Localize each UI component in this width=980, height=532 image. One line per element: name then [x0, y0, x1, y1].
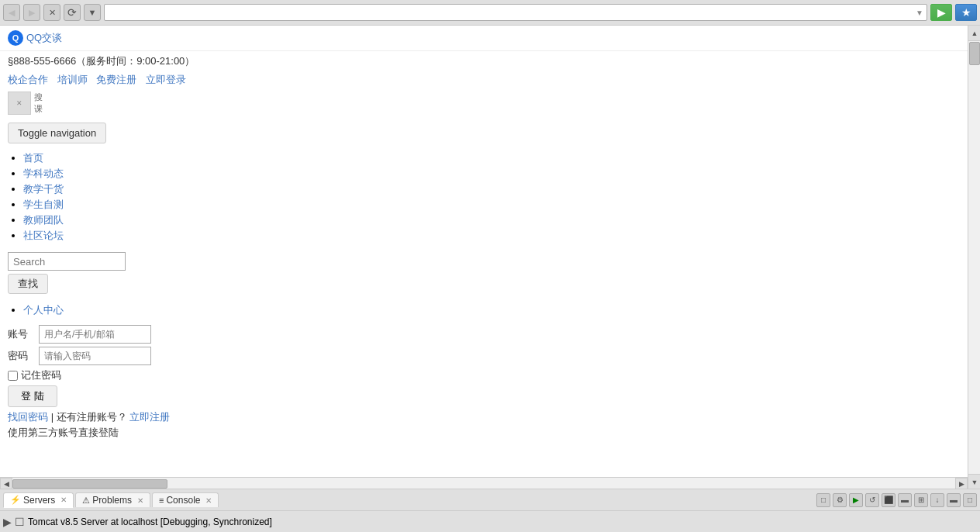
login-link-top[interactable]: 立即登录	[146, 74, 186, 85]
go-button[interactable]: ▶	[930, 4, 952, 21]
scroll-thumb	[969, 42, 980, 65]
nav-link-home[interactable]: 首页	[23, 152, 43, 164]
page-content: Q QQ交谈 §888-555-6666（服务时间：9:00-21:00） 校企…	[0, 26, 980, 489]
separator-text: | 还有注册账号？	[51, 411, 127, 423]
password-input[interactable]	[39, 347, 151, 365]
horizontal-scrollbar: ◀ ▶	[0, 477, 968, 489]
login-links: 找回密码 | 还有注册账号？ 立即注册	[8, 410, 972, 424]
bottom-tabs-bar: ⚡ Servers ✕ ⚠ Problems ✕ ≡ Console ✕ □ ⚙…	[0, 489, 980, 489]
forward-button[interactable]: ▶	[23, 4, 40, 21]
qq-chat-label: QQ交谈	[26, 31, 62, 45]
nav-list: 首页 学科动态 教学干货 学生自测 教师团队 社区论坛	[0, 151, 980, 243]
qq-icon: Q	[8, 30, 23, 46]
retrieve-password-link[interactable]: 找回密码	[8, 411, 48, 423]
account-input[interactable]	[39, 325, 151, 344]
search-area: 查找	[0, 246, 980, 300]
scroll-right-button[interactable]: ▶	[955, 478, 968, 490]
nav-link-subject[interactable]: 学科动态	[23, 168, 64, 179]
nav-link-teaching[interactable]: 教学干货	[23, 183, 64, 195]
address-bar: http://localhost/index.jsp ▼	[104, 4, 927, 21]
bottom-panel: ⚡ Servers ✕ ⚠ Problems ✕ ≡ Console ✕ □ ⚙…	[0, 489, 980, 489]
nav-item-teachers: 教师团队	[23, 213, 980, 227]
trainer-link[interactable]: 培训师	[57, 74, 88, 85]
nav-link-self-test[interactable]: 学生自测	[23, 199, 64, 210]
account-row: 账号	[8, 325, 972, 344]
nav-link-forum[interactable]: 社区论坛	[23, 230, 64, 241]
logo-image: ✕	[8, 92, 31, 115]
remember-checkbox[interactable]	[8, 371, 18, 381]
login-button[interactable]: 登 陆	[8, 385, 57, 407]
scroll-left-button[interactable]: ◀	[0, 478, 12, 490]
stop-button[interactable]: ✕	[43, 4, 60, 21]
password-row: 密码	[8, 347, 972, 365]
back-button[interactable]: ◀	[3, 4, 20, 21]
browser-toolbar: ◀ ▶ ✕ ⟳ ▼ http://localhost/index.jsp ▼ ▶…	[0, 0, 980, 25]
personal-center-item: 个人中心	[23, 303, 980, 317]
register-link-top[interactable]: 免费注册	[96, 74, 136, 85]
phone-info: §888-555-6666（服务时间：9:00-21:00）	[0, 51, 980, 71]
remember-row: 记住密码	[8, 368, 972, 382]
scroll-down-button[interactable]: ▼	[968, 474, 980, 489]
nav-item-self-test: 学生自测	[23, 198, 980, 212]
scroll-track	[12, 478, 955, 489]
password-label: 密码	[8, 349, 36, 363]
nav-item-forum: 社区论坛	[23, 229, 980, 243]
nav-item-home: 首页	[23, 151, 980, 165]
register-link-form[interactable]: 立即注册	[129, 411, 170, 423]
url-input[interactable]: http://localhost/index.jsp	[108, 7, 916, 18]
refresh-button[interactable]: ⟳	[64, 4, 81, 21]
personal-nav: 个人中心	[0, 303, 980, 317]
nav-item-teaching: 教学干货	[23, 182, 980, 196]
dropdown-button[interactable]: ▼	[84, 4, 101, 21]
nav-item-subject: 学科动态	[23, 167, 980, 181]
favorites-button[interactable]: ★	[955, 4, 977, 21]
logo-text: 搜 课	[34, 92, 43, 115]
third-party-text: 使用第三方账号直接登陆	[8, 426, 972, 440]
toggle-nav-button[interactable]: Toggle navigation	[8, 123, 106, 143]
nav-link-teachers[interactable]: 教师团队	[23, 214, 64, 226]
qq-bar: Q QQ交谈	[0, 26, 980, 51]
url-dropdown-icon[interactable]: ▼	[916, 9, 923, 17]
right-scrollbar: ▲ ▼	[968, 26, 980, 489]
campus-cooperation-link[interactable]: 校企合作	[8, 74, 48, 85]
scroll-up-button[interactable]: ▲	[968, 26, 980, 41]
personal-center-link[interactable]: 个人中心	[23, 304, 64, 316]
account-label: 账号	[8, 327, 36, 341]
scroll-h-thumb	[12, 479, 167, 489]
top-links: 校企合作 培训师 免费注册 立即登录	[0, 71, 980, 88]
login-form: 账号 密码 记住密码 登 陆 找回密码 | 还有注册账号？ 立即注册 使用第三方…	[0, 320, 980, 444]
remember-label: 记住密码	[21, 368, 61, 382]
search-button[interactable]: 查找	[8, 274, 48, 294]
logo-area: ✕ 搜 课	[0, 88, 980, 118]
search-input[interactable]	[8, 252, 126, 271]
qq-chat-link[interactable]: Q QQ交谈	[8, 30, 62, 46]
